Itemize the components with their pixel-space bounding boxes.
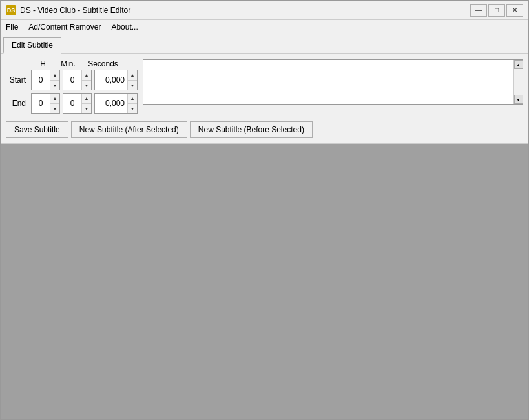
end-min-input[interactable]: [63, 94, 81, 113]
subtitle-text-wrapper: ▲ ▼: [143, 59, 523, 105]
start-min-input[interactable]: [63, 70, 81, 90]
app-icon-text: DS: [7, 7, 16, 14]
end-h-spinner[interactable]: ▲ ▼: [31, 93, 60, 114]
close-button[interactable]: ✕: [506, 4, 523, 17]
edit-panel-inner: H Min. Seconds Start ▲ ▼: [6, 59, 523, 116]
menu-adcontent[interactable]: Ad/Content Remover: [23, 20, 106, 34]
end-min-up[interactable]: ▲: [82, 94, 91, 103]
end-min-spinner-btns: ▲ ▼: [81, 94, 91, 113]
menu-file[interactable]: File: [1, 20, 23, 34]
window-controls: — □ ✕: [470, 4, 523, 17]
end-sec-input[interactable]: [95, 94, 127, 113]
start-min-up[interactable]: ▲: [82, 70, 91, 80]
end-row: End ▲ ▼ ▲ ▼: [6, 93, 138, 114]
start-sec-input[interactable]: [95, 70, 127, 90]
end-sec-down[interactable]: ▼: [128, 103, 137, 113]
title-bar: DS DS - Video Club - Subtitle Editor — □…: [1, 1, 528, 20]
start-min-down[interactable]: ▼: [82, 80, 91, 90]
start-sec-down[interactable]: ▼: [128, 80, 137, 90]
start-sec-up[interactable]: ▲: [128, 70, 137, 80]
minimize-button[interactable]: —: [470, 4, 487, 17]
end-sec-up[interactable]: ▲: [128, 94, 137, 103]
scrollbar-down[interactable]: ▼: [514, 95, 523, 104]
scrollbar-up[interactable]: ▲: [514, 60, 523, 69]
tab-bar: Edit Subtitle: [1, 34, 528, 54]
start-h-spinner-btns: ▲ ▼: [50, 70, 59, 90]
start-sec-spinner-btns: ▲ ▼: [127, 70, 137, 90]
start-label: Start: [6, 75, 28, 85]
start-min-spinner[interactable]: ▲ ▼: [63, 70, 92, 90]
end-sec-spinner[interactable]: ▲ ▼: [94, 93, 138, 114]
save-subtitle-button[interactable]: Save Subtitle: [6, 121, 68, 138]
end-h-input[interactable]: [32, 94, 50, 113]
maximize-button[interactable]: □: [488, 4, 505, 17]
start-sec-spinner[interactable]: ▲ ▼: [94, 70, 138, 90]
timing-section: H Min. Seconds Start ▲ ▼: [6, 59, 138, 116]
button-row: Save Subtitle New Subtitle (After Select…: [6, 121, 523, 138]
new-subtitle-after-button[interactable]: New Subtitle (After Selected): [71, 121, 187, 138]
start-h-down[interactable]: ▼: [50, 80, 59, 90]
start-h-up[interactable]: ▲: [50, 70, 59, 80]
start-h-input[interactable]: [32, 70, 50, 90]
menu-about[interactable]: About...: [106, 20, 143, 34]
edit-panel: H Min. Seconds Start ▲ ▼: [1, 54, 528, 144]
app-icon: DS: [6, 5, 16, 15]
end-label: End: [6, 99, 28, 108]
window-title: DS - Video Club - Subtitle Editor: [20, 6, 470, 15]
end-min-spinner[interactable]: ▲ ▼: [63, 93, 92, 114]
end-sec-spinner-btns: ▲ ▼: [127, 94, 137, 113]
tab-edit-subtitle[interactable]: Edit Subtitle: [3, 37, 61, 54]
start-min-spinner-btns: ▲ ▼: [81, 70, 91, 90]
header-sec: Seconds: [82, 59, 124, 68]
end-h-down[interactable]: ▼: [50, 103, 59, 113]
timing-headers: H Min. Seconds: [6, 59, 138, 68]
text-scrollbar: ▲ ▼: [513, 60, 523, 104]
header-min: Min.: [57, 59, 79, 68]
start-h-spinner[interactable]: ▲ ▼: [31, 70, 60, 90]
start-row: Start ▲ ▼ ▲ ▼: [6, 70, 138, 90]
end-h-up[interactable]: ▲: [50, 94, 59, 103]
subtitle-textarea[interactable]: [143, 60, 523, 104]
subtitle-text-container: ▲ ▼: [143, 59, 523, 116]
menu-bar: File Ad/Content Remover About...: [1, 20, 528, 34]
main-content-area: [1, 144, 528, 419]
main-window: DS DS - Video Club - Subtitle Editor — □…: [0, 0, 529, 420]
new-subtitle-before-button[interactable]: New Subtitle (Before Selected): [190, 121, 313, 138]
end-min-down[interactable]: ▼: [82, 103, 91, 113]
header-h: H: [32, 59, 54, 68]
end-h-spinner-btns: ▲ ▼: [50, 94, 59, 113]
